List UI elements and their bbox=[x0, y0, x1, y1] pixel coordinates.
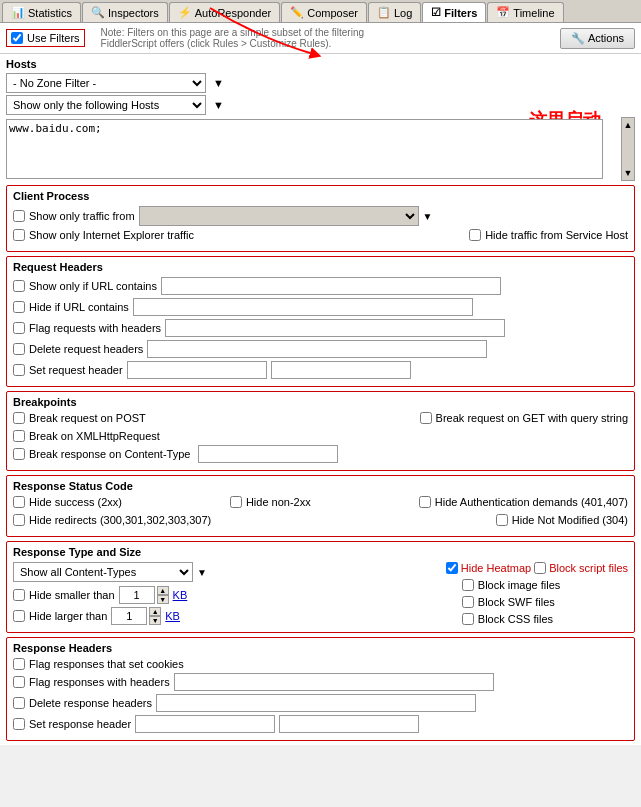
show-traffic-checkbox[interactable] bbox=[13, 210, 25, 222]
ie-traffic-checkbox[interactable] bbox=[13, 229, 25, 241]
content-type-dropdown[interactable]: Show all Content-Types bbox=[13, 562, 193, 582]
resp-row-3: Set response header bbox=[13, 715, 628, 733]
tab-timeline[interactable]: 📅 Timeline bbox=[487, 2, 563, 22]
resp-input-3a[interactable] bbox=[135, 715, 275, 733]
hide-larger-down-btn[interactable]: ▼ bbox=[149, 616, 161, 625]
req-input-0[interactable] bbox=[161, 277, 501, 295]
tab-inspectors[interactable]: 🔍 Inspectors bbox=[82, 2, 168, 22]
break-content-row: Break response on Content-Type bbox=[13, 445, 628, 463]
response-headers-title: Response Headers bbox=[13, 642, 628, 654]
req-cb-2[interactable] bbox=[13, 322, 25, 334]
req-label-1: Hide if URL contains bbox=[29, 301, 129, 313]
main-content: Hosts - No Zone Filter - ▼ Show only the… bbox=[0, 54, 641, 745]
tab-autoresponder[interactable]: ⚡ AutoResponder bbox=[169, 2, 280, 22]
scrollbar-down-btn[interactable]: ▼ bbox=[622, 168, 634, 178]
hide-smaller-input[interactable] bbox=[119, 586, 155, 604]
hide-larger-row: Hide larger than ▲ ▼ KB bbox=[13, 607, 438, 625]
req-input-2[interactable] bbox=[165, 319, 505, 337]
tab-composer[interactable]: ✏️ Composer bbox=[281, 2, 367, 22]
tab-statistics[interactable]: 📊 Statistics bbox=[2, 2, 81, 22]
hide-smaller-row: Hide smaller than ▲ ▼ KB bbox=[13, 586, 438, 604]
block-image-label: Block image files bbox=[478, 579, 561, 591]
autoresponder-icon: ⚡ bbox=[178, 6, 192, 19]
use-filters-checkbox[interactable] bbox=[11, 32, 23, 44]
hide-non2xx-checkbox[interactable] bbox=[230, 496, 242, 508]
block-css-checkbox[interactable] bbox=[462, 613, 474, 625]
break-content-checkbox[interactable] bbox=[13, 448, 25, 460]
tab-statistics-label: Statistics bbox=[28, 7, 72, 19]
break-xml-checkbox[interactable] bbox=[13, 430, 25, 442]
req-row-0: Show only if URL contains bbox=[13, 277, 628, 295]
toolbar: Use Filters Note: Filters on this page a… bbox=[0, 23, 641, 54]
break-content-input[interactable] bbox=[198, 445, 338, 463]
hide-smaller-down-btn[interactable]: ▼ bbox=[157, 595, 169, 604]
req-input-4b[interactable] bbox=[271, 361, 411, 379]
req-input-1[interactable] bbox=[133, 298, 473, 316]
resp-label-3: Set response header bbox=[29, 718, 131, 730]
host-filter-dropdown[interactable]: Show only the following Hosts bbox=[6, 95, 206, 115]
use-filters-checkbox-wrapper: Use Filters bbox=[6, 29, 85, 47]
hide-service-checkbox[interactable] bbox=[469, 229, 481, 241]
req-input-3[interactable] bbox=[147, 340, 487, 358]
req-label-3: Delete request headers bbox=[29, 343, 143, 355]
hide-not-modified-row: Hide Not Modified (304) bbox=[496, 514, 628, 526]
hide-larger-up-btn[interactable]: ▲ bbox=[149, 607, 161, 616]
hide-non2xx-row: Hide non-2xx bbox=[230, 496, 311, 508]
block-script-checkbox[interactable] bbox=[534, 562, 546, 574]
hide-smaller-stepper-btns: ▲ ▼ bbox=[157, 586, 169, 604]
actions-label: Actions bbox=[588, 32, 624, 44]
hide-auth-row: Hide Authentication demands (401,407) bbox=[419, 496, 628, 508]
req-cb-4[interactable] bbox=[13, 364, 25, 376]
resp-cb-1[interactable] bbox=[13, 676, 25, 688]
content-type-row: Show all Content-Types ▼ bbox=[13, 562, 438, 582]
filters-icon: ☑ bbox=[431, 6, 441, 19]
resp-input-3b[interactable] bbox=[279, 715, 419, 733]
resp-cb-2[interactable] bbox=[13, 697, 25, 709]
break-xml-label: Break on XMLHttpRequest bbox=[29, 430, 160, 442]
hide-smaller-checkbox[interactable] bbox=[13, 589, 25, 601]
resp-input-2[interactable] bbox=[156, 694, 476, 712]
break-xml-row: Break on XMLHttpRequest bbox=[13, 430, 628, 442]
block-script-label: Block script files bbox=[549, 562, 628, 574]
resp-input-1[interactable] bbox=[174, 673, 494, 691]
hosts-textarea-wrapper: ▲ ▼ bbox=[6, 117, 619, 181]
tab-filters-label: Filters bbox=[444, 7, 477, 19]
hide-larger-checkbox[interactable] bbox=[13, 610, 25, 622]
traffic-from-dropdown[interactable] bbox=[139, 206, 419, 226]
req-cb-1[interactable] bbox=[13, 301, 25, 313]
breakpoints-section: Breakpoints Break request on POST Break … bbox=[6, 391, 635, 471]
hide-auth-checkbox[interactable] bbox=[419, 496, 431, 508]
hide-larger-stepper-btns: ▲ ▼ bbox=[149, 607, 161, 625]
show-traffic-row: Show only traffic from ▼ bbox=[13, 206, 628, 226]
hide-redirects-checkbox[interactable] bbox=[13, 514, 25, 526]
resp-cb-0[interactable] bbox=[13, 658, 25, 670]
resp-cb-3[interactable] bbox=[13, 718, 25, 730]
hide-2xx-checkbox[interactable] bbox=[13, 496, 25, 508]
toolbar-left: Use Filters Note: Filters on this page a… bbox=[6, 27, 401, 49]
tab-filters[interactable]: ☑ Filters bbox=[422, 2, 486, 22]
response-type-title: Response Type and Size bbox=[13, 546, 628, 558]
hide-larger-input[interactable] bbox=[111, 607, 147, 625]
scrollbar-up-btn[interactable]: ▲ bbox=[622, 120, 634, 130]
actions-button[interactable]: 🔧 Actions bbox=[560, 28, 635, 49]
block-swf-checkbox[interactable] bbox=[462, 596, 474, 608]
break-post-checkbox[interactable] bbox=[13, 412, 25, 424]
break-get-checkbox[interactable] bbox=[420, 412, 432, 424]
response-status-title: Response Status Code bbox=[13, 480, 628, 492]
status-row-2: Hide redirects (300,301,302,303,307) Hid… bbox=[13, 514, 628, 529]
hide-smaller-up-btn[interactable]: ▲ bbox=[157, 586, 169, 595]
hide-not-modified-checkbox[interactable] bbox=[496, 514, 508, 526]
req-cb-3[interactable] bbox=[13, 343, 25, 355]
response-status-section: Response Status Code Hide success (2xx) … bbox=[6, 475, 635, 537]
hosts-textarea[interactable] bbox=[6, 119, 603, 179]
tab-log[interactable]: 📋 Log bbox=[368, 2, 421, 22]
req-row-3: Delete request headers bbox=[13, 340, 628, 358]
req-input-4a[interactable] bbox=[127, 361, 267, 379]
resp-label-1: Flag responses with headers bbox=[29, 676, 170, 688]
req-cb-0[interactable] bbox=[13, 280, 25, 292]
hide-heatmap-checkbox[interactable] bbox=[446, 562, 458, 574]
hide-heatmap-row: Hide Heatmap Block script files bbox=[446, 562, 628, 574]
block-image-checkbox[interactable] bbox=[462, 579, 474, 591]
zone-filter-dropdown[interactable]: - No Zone Filter - bbox=[6, 73, 206, 93]
hide-smaller-stepper: ▲ ▼ bbox=[119, 586, 169, 604]
